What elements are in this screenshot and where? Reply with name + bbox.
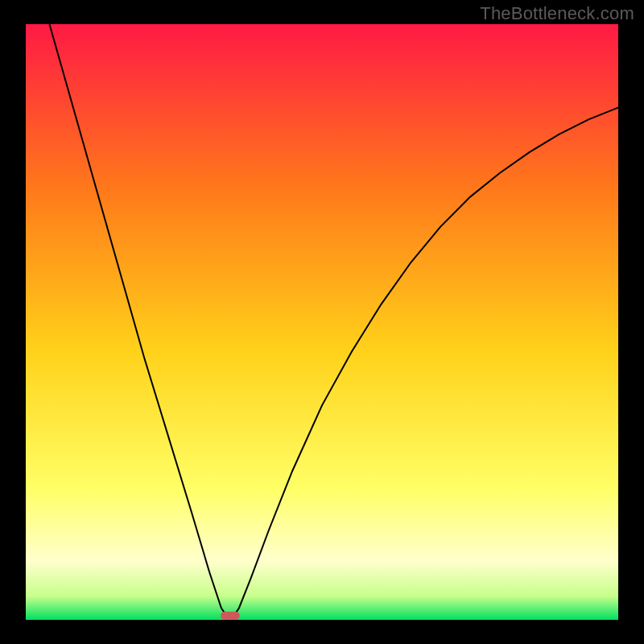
chart-svg [26,24,618,620]
gradient-background [26,24,618,620]
chart-outer-frame: TheBottleneck.com [0,0,644,644]
optimal-point-marker [221,612,240,620]
plot-area [26,24,618,620]
watermark-text: TheBottleneck.com [480,3,634,24]
